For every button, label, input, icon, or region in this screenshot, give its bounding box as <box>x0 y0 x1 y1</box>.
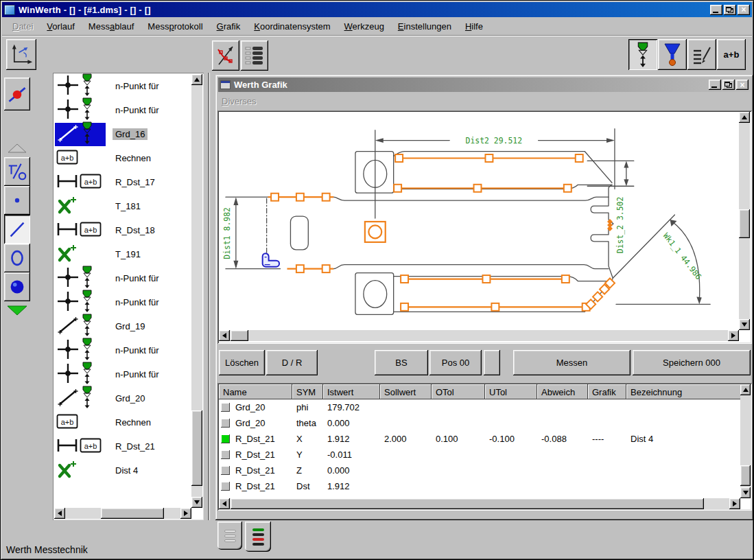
scroll-right-button[interactable] <box>729 498 740 509</box>
scroll-up-button[interactable] <box>191 74 202 85</box>
menu-werkzeug[interactable]: Werkzeug <box>338 19 390 34</box>
sensor-mode-button[interactable] <box>628 39 657 70</box>
table-horizontal-scrollbar[interactable] <box>219 498 740 509</box>
canvas-vertical-scrollbar[interactable] <box>739 112 750 330</box>
close-button[interactable]: × <box>738 5 750 15</box>
scroll-up-button[interactable] <box>740 384 751 395</box>
menu-datei[interactable]: Datei <box>6 19 39 34</box>
column-header-utol[interactable]: UTol <box>485 384 537 399</box>
minimize-button[interactable] <box>710 5 722 15</box>
scroll-left-button[interactable] <box>54 508 65 519</box>
table-row[interactable]: R_Dst_21Z0.000 <box>219 463 742 478</box>
canvas-horizontal-scrollbar[interactable] <box>219 330 739 341</box>
tree-item-r-dst-18[interactable]: a+bR_Dst_18 <box>55 218 191 242</box>
table-vertical-scrollbar[interactable] <box>740 384 751 498</box>
menu-koordinatensystem[interactable]: Koordinatensystem <box>248 19 336 34</box>
restore-button[interactable] <box>724 5 736 15</box>
scroll-up-control[interactable] <box>8 143 27 155</box>
line-element-button[interactable] <box>4 215 30 244</box>
scroll-right-button[interactable] <box>728 330 739 341</box>
a-plus-b-button[interactable]: a+b <box>717 39 746 70</box>
tree-item-n-punkt-f-r[interactable]: n-Punkt für <box>55 362 191 386</box>
grafik-minimize-button[interactable] <box>709 80 721 90</box>
menu-messprotokoll[interactable]: Messprotokoll <box>141 19 209 34</box>
button-messen[interactable]: Messen <box>513 350 631 375</box>
tree-item-rechnen[interactable]: a+bRechnen <box>55 410 191 434</box>
tree-vertical-scrollbar[interactable] <box>191 74 202 508</box>
tree-item-n-punkt-f-r[interactable]: n-Punkt für <box>55 338 191 362</box>
tab-protocol-plain[interactable] <box>217 522 242 550</box>
scroll-down-control[interactable] <box>7 305 27 318</box>
menu-messablauf[interactable]: Messablauf <box>82 19 141 34</box>
ellipse-element-button[interactable] <box>4 244 30 272</box>
scrollbar-thumb[interactable] <box>739 209 750 238</box>
grafik-restore-button[interactable] <box>722 80 735 90</box>
menu-hilfe[interactable]: Hilfe <box>459 19 489 34</box>
button-pos-00[interactable]: Pos 00 <box>429 350 482 375</box>
scroll-down-button[interactable] <box>740 487 751 498</box>
grafik-title-bar[interactable]: Werth Grafik × <box>218 78 751 92</box>
scroll-left-button[interactable] <box>219 498 230 509</box>
tree-item-rechnen[interactable]: a+bRechnen <box>55 146 191 170</box>
tree-item-grd-16[interactable]: Grd_16 <box>55 122 191 146</box>
table-row[interactable]: R_Dst_21Dst1.912 <box>219 478 742 494</box>
scroll-up-button[interactable] <box>739 112 750 123</box>
tree-item-grd-19[interactable]: Grd_19 <box>55 314 191 338</box>
column-header-abweich[interactable]: Abweich <box>537 384 588 399</box>
menu-einstellungen[interactable]: Einstellungen <box>392 19 458 34</box>
tree-item-n-punkt-f-r[interactable]: n-Punkt für <box>55 74 191 98</box>
tree-horizontal-scrollbar[interactable] <box>54 508 191 519</box>
edit-protocol-button[interactable] <box>687 39 716 70</box>
circle-element-button[interactable] <box>4 272 30 301</box>
tree-item-n-punkt-f-r[interactable]: n-Punkt für <box>55 98 191 122</box>
menu-vorlauf[interactable]: Vorlauf <box>40 19 81 34</box>
tree-item-dist-4[interactable]: Dist 4 <box>55 458 191 482</box>
button-l-schen[interactable]: Löschen <box>219 350 265 375</box>
tab-protocol-colored[interactable] <box>245 522 271 552</box>
grafik-close-button[interactable]: × <box>736 80 749 90</box>
column-header-otol[interactable]: OTol <box>432 384 485 399</box>
column-header-bezeichnung[interactable]: Bezeichnung <box>626 384 742 399</box>
button-speichern-000[interactable]: Speichern 000 <box>633 350 751 375</box>
column-header-istwert[interactable]: Istwert <box>323 384 380 399</box>
scrollbar-thumb[interactable] <box>231 330 248 341</box>
table-row[interactable]: Grd_20phi179.702 <box>219 399 742 415</box>
point-element-button[interactable] <box>4 186 30 215</box>
tree-item-t-191[interactable]: T_191 <box>55 242 191 266</box>
scroll-down-button[interactable] <box>191 497 202 508</box>
scrollbar-thumb[interactable] <box>740 465 751 486</box>
column-header-sym[interactable]: SYM <box>292 384 323 399</box>
tree-item-n-punkt-f-r[interactable]: n-Punkt für <box>55 290 191 314</box>
column-header-grafik[interactable]: Grafik <box>588 384 626 399</box>
tree-item-r-dst-17[interactable]: a+bR_Dst_17 <box>55 170 191 194</box>
scrollbar-thumb[interactable] <box>231 498 704 509</box>
title-bar[interactable]: WinWerth - [] - [#1.dms] - [] - [] × <box>2 2 752 17</box>
scroll-down-button[interactable] <box>739 319 750 330</box>
drawing-canvas[interactable]: Dist2 29.512 Dist1 8.982 Dist_2 3.502 Wk… <box>217 110 752 344</box>
column-header-sollwert[interactable]: Sollwert <box>380 384 432 399</box>
angle-element-button[interactable] <box>4 157 30 186</box>
tree-item-r-dst-21[interactable]: a+bR_Dst_21 <box>55 434 191 458</box>
scrollbar-thumb[interactable] <box>101 508 164 519</box>
scroll-left-button[interactable] <box>219 330 230 341</box>
tree-item-t-181[interactable]: T_181 <box>55 194 191 218</box>
button-d-r[interactable]: D / R <box>266 350 318 375</box>
grafik-menubar[interactable]: Diverses <box>218 93 751 108</box>
button-blank[interactable] <box>484 350 500 375</box>
scrollbar-thumb[interactable] <box>191 410 202 486</box>
table-row[interactable]: R_Dst_21Y-0.011 <box>219 447 742 463</box>
button-bs[interactable]: BS <box>375 350 428 375</box>
probe-button[interactable] <box>658 39 687 70</box>
protocol-view-button[interactable] <box>241 40 268 71</box>
column-header-name[interactable]: Name <box>219 384 292 399</box>
coordinate-system-button[interactable] <box>6 39 36 70</box>
menu-grafik[interactable]: Grafik <box>211 19 247 34</box>
table-row[interactable]: R_Dst_21X1.9122.0000.100-0.100-0.088----… <box>219 431 742 447</box>
tree-item-n-punkt-f-r[interactable]: n-Punkt für <box>55 266 191 290</box>
graphic-view-button[interactable] <box>212 40 239 71</box>
point-on-line-button[interactable] <box>4 78 30 110</box>
scroll-right-button[interactable] <box>180 508 191 519</box>
panel-splitter[interactable] <box>208 73 209 520</box>
tree-item-grd-20[interactable]: Grd_20 <box>55 386 191 410</box>
menu-diverses[interactable]: Diverses <box>222 96 257 106</box>
